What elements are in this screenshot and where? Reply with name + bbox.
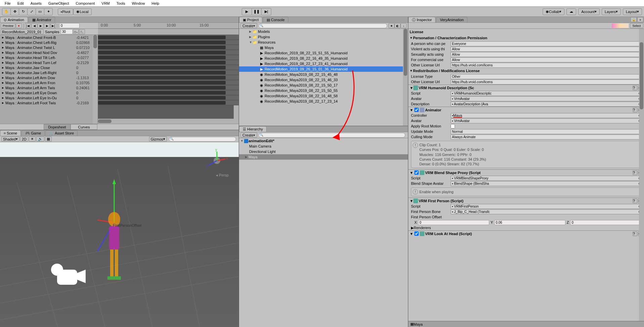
frame-field[interactable]	[59, 23, 80, 28]
project-item[interactable]: ▶📁Models	[239, 29, 408, 34]
offset-y[interactable]	[494, 220, 565, 225]
scrollbar[interactable]	[93, 35, 98, 124]
property-list[interactable]: ▸Maya : Animator.Chest Front-B-0.4421◇▸M…	[0, 35, 98, 124]
timeline-ruler[interactable]: 0:005:0010:0015:00	[98, 23, 239, 29]
inspector-row[interactable]: Script▪ VRMBlendShapeProxy⊙	[408, 175, 644, 181]
scene-root[interactable]: ▼🟦 animationEdit*	[239, 138, 408, 144]
gizmos-dropdown[interactable]: Gizmos ▾	[149, 137, 167, 142]
blendshape-component[interactable]: ▼ VRM Blend Shape Proxy (Script ?⚙	[408, 169, 644, 175]
menu-window[interactable]: Window	[128, 1, 148, 6]
help-icon[interactable]: ?	[633, 199, 637, 203]
hierarchy-item[interactable]: Main Camera	[239, 144, 408, 149]
hierarchy-search[interactable]	[259, 133, 405, 138]
scene-search[interactable]	[169, 137, 236, 142]
pivot-toggle[interactable]: ▪ Pivot	[58, 8, 73, 15]
anim-property[interactable]: ▸Maya : Animator.Head Nod Dov-0.4827◇	[0, 50, 98, 55]
project-item[interactable]: ▶RecordMotion_2019_08_22_17_23_41_Humano…	[239, 61, 408, 66]
inspector-row[interactable]: Other License Urlhttps://hub.vroid.com/l…	[408, 79, 644, 85]
anim-property[interactable]: ▸Maya : Animator.Jaw Close0◇	[0, 65, 98, 70]
label-icon[interactable]: ◐	[395, 23, 401, 28]
menu-icon[interactable]: ≡	[637, 17, 643, 22]
menu-help[interactable]: Help	[148, 1, 163, 6]
filter-icon[interactable]: ★	[388, 23, 395, 28]
prev-frame-button[interactable]: ◀	[31, 23, 37, 28]
inspector-row[interactable]: Script▪ VRMHumanoidDescriptic⊙	[408, 91, 644, 96]
inspector-row[interactable]: Update ModeNormal	[408, 129, 644, 134]
local-toggle[interactable]: ◉ Local	[73, 8, 91, 15]
inspector-row[interactable]: A person who can peEveryone	[408, 41, 644, 46]
menu-vrm[interactable]: VRM	[98, 1, 113, 6]
anim-property[interactable]: ▸Maya : Animator.Chest Front-B-0.4421◇	[0, 35, 98, 40]
shaded-dropdown[interactable]: Shaded ▾	[1, 137, 19, 142]
lookat-enable[interactable]	[414, 231, 419, 236]
dopesheet-area[interactable]	[98, 35, 239, 124]
anim-property[interactable]: ▸Maya : Animator.Head Turn Lef-0.2129◇	[0, 60, 98, 65]
curves-tab[interactable]: Curves	[71, 124, 97, 130]
inspector-row[interactable]: Apply Root Motion	[408, 123, 644, 129]
anim-property[interactable]: ▸Maya : Animator.Jaw Left-Right0◇	[0, 70, 98, 75]
project-item[interactable]: ◉RecordMotion_Maya2019_08_22_15_50_55	[239, 88, 408, 93]
offset-x[interactable]	[418, 220, 489, 225]
anim-property[interactable]: ▸Maya : Animator.Left Arm Dow-1.1313◇	[0, 75, 98, 80]
anim-property[interactable]: ▸Maya : Animator.Chest Left-Rig0.02868◇	[0, 40, 98, 45]
inspector-row[interactable]: Description▪ AvatarDescription (Ava⊙	[408, 101, 644, 107]
scene-view[interactable]: x y z ◂ Persp	[0, 142, 239, 327]
console-tab[interactable]: ▤ Console	[263, 17, 288, 22]
audio-toggle[interactable]: 🔊	[36, 137, 44, 142]
anim-property[interactable]: ▸Maya : Animator.Left Eye Down0◇	[0, 90, 98, 95]
lock-icon[interactable]: 🔒	[631, 17, 637, 22]
project-tab[interactable]: ▣ Project	[239, 17, 262, 22]
lookathead-component[interactable]: ▼ VRM Look At Head (Script) ?⚙	[408, 230, 644, 236]
character-gizmo[interactable]	[97, 176, 144, 296]
anim-property[interactable]: ▸Maya : Animator.Chest Twist L0.07210◇	[0, 45, 98, 50]
inspector-tab[interactable]: ⓘ Inspector	[408, 17, 435, 22]
layers-dropdown[interactable]: Layers ▾	[602, 8, 621, 15]
inspector-row[interactable]: First Person Bone▪ J_Bip_C_Head (Transfc…	[408, 209, 644, 214]
save-icon[interactable]: ↓	[401, 23, 407, 28]
menu-assets[interactable]: Assets	[27, 1, 45, 6]
help-icon[interactable]: ?	[633, 86, 637, 90]
play-button[interactable]: ▶	[242, 8, 252, 15]
blendshape-enable[interactable]	[414, 170, 419, 175]
fx-toggle[interactable]: ▦	[45, 137, 52, 142]
project-item[interactable]: ◉RecordMotion_Maya2019_08_22_15_45_48	[239, 72, 408, 77]
scrollbar[interactable]	[639, 29, 644, 327]
scale-tool[interactable]: ⤢	[27, 8, 36, 15]
inspector-row[interactable]: For commercial useAllow	[408, 57, 644, 62]
animation-tab[interactable]: ⊙ Animation	[0, 17, 28, 22]
menu-edit[interactable]: Edit	[14, 1, 27, 6]
inspector-row[interactable]: Sexuality acts usingAllow	[408, 52, 644, 57]
inspector-row[interactable]: Script▪ VRMFirstPerson⊙	[408, 204, 644, 209]
axis-gizmo[interactable]: x y z	[205, 149, 229, 172]
add-event-button[interactable]: ⎍₊	[79, 29, 85, 34]
dopesheet-tab[interactable]: Dopesheet	[44, 124, 71, 130]
veryanimation-tab[interactable]: VeryAnimation	[436, 17, 467, 22]
anim-property[interactable]: ▸Maya : Animator.Left Arm Fron0.10705◇	[0, 80, 98, 85]
game-tab[interactable]: 🎮 Game	[21, 130, 45, 136]
record-button[interactable]: ●	[16, 23, 22, 28]
redist-header[interactable]: ▼Redistribution / Modifications License	[408, 68, 644, 74]
hier-create-dropdown[interactable]: Create ▾	[240, 132, 257, 138]
2d-toggle[interactable]: 2D	[20, 137, 28, 142]
preview-button[interactable]: Preview	[1, 23, 15, 28]
hand-tool[interactable]: ✋	[2, 8, 11, 15]
project-item[interactable]: ▶RecordMotion_2019_08_22_15_51_55_Humano…	[239, 50, 408, 56]
hierarchy-tree[interactable]: ▼🟦 animationEdit* Main Camera Directiona…	[239, 138, 408, 276]
animator-enable[interactable]	[414, 108, 419, 112]
vrm-humanoid-component[interactable]: ▼ VRM Humanoid Description (Sc ?⚙	[408, 85, 644, 91]
inspector-row[interactable]: Culling ModeAlways Animate	[408, 134, 644, 140]
add-key-button[interactable]: ◇₊	[73, 29, 79, 34]
inspector-row[interactable]: Blend Shape Avatar▪ BlendShape (BlendSha…	[408, 181, 644, 186]
inspector-row[interactable]: Avatar▪ VrmAvatar⊙	[408, 118, 644, 123]
project-item[interactable]: ▶📁Plugins	[239, 34, 408, 40]
move-tool[interactable]: ✥	[10, 8, 19, 15]
last-frame-button[interactable]: ▶|	[50, 23, 56, 28]
anim-property[interactable]: ▸Maya : Animator.Left Arm Twis0.24061◇	[0, 85, 98, 90]
clip-dropdown[interactable]: RecordMotion_2019_0‡	[1, 29, 44, 34]
play-anim-button[interactable]: ▶	[38, 23, 44, 28]
project-item[interactable]: ▶RecordMotion_2019_08_22_16_49_35_Humano…	[239, 56, 408, 61]
project-search[interactable]	[259, 23, 387, 28]
inspector-row[interactable]: License TypeOther	[408, 74, 644, 79]
pause-button[interactable]: ❚❚	[251, 8, 262, 15]
menu-file[interactable]: File	[1, 1, 14, 6]
